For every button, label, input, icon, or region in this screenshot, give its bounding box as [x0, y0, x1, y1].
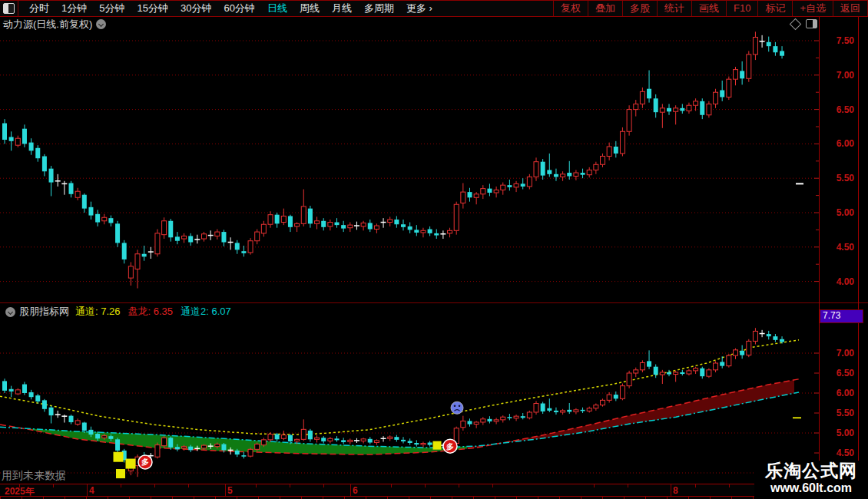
buy-signal-square — [433, 441, 442, 450]
main-down-candle — [35, 148, 40, 158]
main-up-candle — [753, 38, 757, 55]
lower-down-candle — [614, 395, 618, 398]
main-up-candle — [448, 230, 452, 233]
chevron-down-icon[interactable] — [96, 19, 106, 29]
month-label: 5 — [227, 485, 233, 496]
week-tick — [154, 484, 155, 487]
main-down-candle — [667, 108, 671, 111]
main-down-candle — [122, 243, 127, 259]
lower-up-candle — [361, 439, 366, 441]
lower-up-candle — [620, 386, 624, 399]
lower-up-candle — [281, 435, 286, 439]
main-down-candle — [720, 91, 724, 97]
main-up-candle — [281, 216, 286, 222]
lower-up-candle — [261, 440, 266, 445]
tool-item-7[interactable]: +自选 — [792, 1, 833, 16]
period-item-1[interactable]: 1分钟 — [55, 1, 93, 16]
lower-down-candle — [487, 419, 492, 421]
watermark-title: 乐淘公式网 — [754, 461, 868, 481]
main-down-candle — [275, 215, 280, 224]
cursor-dash-marker — [793, 417, 801, 418]
indicator-value-0: 通道: 7.26 — [75, 306, 121, 317]
lower-up-candle — [687, 371, 691, 374]
right-sidebar[interactable] — [859, 17, 868, 478]
period-item-0[interactable]: 分时 — [23, 1, 55, 16]
period-item-2[interactable]: 5分钟 — [93, 1, 131, 16]
lower-down-candle — [720, 362, 724, 365]
period-item-9[interactable]: 多周期 — [358, 1, 400, 16]
lower-up-candle — [660, 372, 664, 375]
main-down-candle — [507, 185, 512, 187]
tool-item-3[interactable]: 统计 — [657, 1, 691, 16]
window-toggle-cell[interactable] — [0, 1, 18, 16]
lower-up-candle — [561, 411, 565, 412]
lower-down-candle — [9, 389, 14, 392]
lower-down-candle — [22, 385, 27, 393]
main-up-candle — [268, 215, 273, 225]
period-item-6[interactable]: 日线 — [261, 1, 293, 16]
tool-item-8[interactable]: 返回 — [833, 1, 868, 16]
lower-down-candle — [414, 443, 419, 444]
main-down-candle — [521, 183, 525, 187]
period-item-3[interactable]: 15分钟 — [131, 1, 174, 16]
main-down-candle — [241, 251, 246, 253]
current-value-badge: 7.73 — [820, 309, 863, 323]
chevron-down-icon[interactable] — [5, 307, 15, 317]
period-item-7[interactable]: 周线 — [293, 1, 326, 16]
lower-up-candle — [674, 372, 678, 375]
week-tick — [594, 484, 595, 487]
period-item-8[interactable]: 月线 — [326, 1, 358, 16]
main-up-candle — [328, 223, 333, 226]
main-down-candle — [49, 169, 54, 183]
main-up-candle — [640, 91, 644, 104]
main-down-candle — [428, 230, 432, 233]
tool-item-6[interactable]: 标记 — [757, 1, 792, 16]
lower-down-candle — [780, 339, 784, 342]
main-up-candle — [587, 170, 591, 174]
lower-down-candle — [321, 438, 326, 441]
lower-down-candle — [581, 410, 585, 411]
tool-item-5[interactable]: F10 — [726, 1, 757, 16]
main-price-label: 5.50 — [820, 173, 854, 183]
lower-down-candle — [288, 435, 293, 441]
week-tick — [628, 484, 628, 487]
period-item-4[interactable]: 30分钟 — [174, 1, 217, 16]
lower-down-candle — [2, 381, 7, 390]
sad-face-icon — [451, 402, 463, 414]
lower-down-candle — [541, 404, 545, 411]
period-item-5[interactable]: 60分钟 — [217, 1, 260, 16]
month-separator — [350, 484, 351, 496]
layout-panel-icon[interactable] — [806, 19, 817, 28]
main-up-candle — [461, 192, 465, 203]
price-chart-canvas[interactable]: 多多 — [0, 0, 868, 499]
buy-signal-square — [114, 452, 124, 462]
main-price-label: 6.00 — [820, 138, 854, 149]
lower-down-candle — [394, 437, 399, 440]
indicator-bear-band — [467, 380, 794, 449]
lower-up-candle — [75, 421, 80, 425]
tool-item-0[interactable]: 复权 — [553, 1, 588, 16]
diamond-icon[interactable] — [790, 18, 802, 30]
lower-up-candle — [574, 410, 578, 412]
tool-item-4[interactable]: 画线 — [691, 1, 726, 16]
main-up-candle — [474, 194, 479, 197]
time-axis[interactable]: 2025年4568 — [0, 484, 868, 497]
main-down-candle — [175, 236, 180, 240]
month-label: 8 — [673, 485, 678, 496]
lower-down-candle — [773, 336, 777, 340]
tool-item-2[interactable]: 多股 — [622, 1, 657, 16]
main-up-candle — [454, 204, 459, 230]
main-up-candle — [707, 104, 711, 114]
week-tick — [425, 484, 426, 487]
lower-down-candle — [221, 444, 226, 451]
lower-down-candle — [95, 434, 100, 438]
tool-item-1[interactable]: 叠加 — [588, 1, 622, 16]
main-up-candle — [388, 220, 393, 223]
main-down-candle — [235, 243, 240, 250]
lower-down-candle — [335, 438, 340, 440]
lower-down-candle — [69, 416, 74, 422]
month-separator — [225, 484, 226, 496]
week-tick — [53, 484, 54, 487]
period-item-10[interactable]: 更多 › — [400, 1, 439, 16]
tools-menu: 复权叠加多股统计画线F10标记+自选返回 — [553, 1, 868, 16]
